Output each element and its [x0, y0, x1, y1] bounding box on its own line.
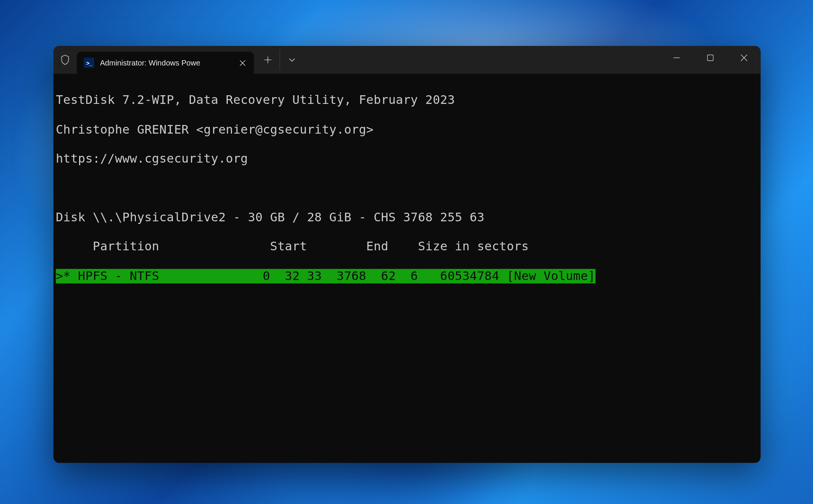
tab-title: Administrator: Windows Powe [100, 58, 230, 67]
svg-rect-0 [707, 55, 713, 60]
titlebar[interactable]: Administrator: Windows Powe [53, 46, 761, 74]
maximize-button[interactable] [693, 46, 727, 69]
disk-info-line: Disk \\.\PhysicalDrive2 - 30 GB / 28 GiB… [56, 210, 761, 225]
window-controls [659, 46, 760, 69]
tab-dropdown-button[interactable] [279, 49, 300, 70]
minimize-button[interactable] [659, 46, 693, 69]
terminal-window: Administrator: Windows Powe TestDisk 7.2… [53, 46, 761, 463]
partition-row-selected[interactable]: >* HPFS - NTFS 0 32 33 3768 62 6 6053478… [56, 269, 761, 283]
close-button[interactable] [727, 46, 760, 69]
powershell-icon [84, 58, 94, 68]
partition-table-header: Partition Start End Size in sectors [56, 239, 761, 254]
blank-line [56, 181, 761, 196]
new-tab-button[interactable] [258, 49, 279, 70]
tab-powershell[interactable]: Administrator: Windows Powe [77, 52, 254, 74]
terminal-output[interactable]: TestDisk 7.2-WIP, Data Recovery Utility,… [53, 74, 761, 463]
header-line-3: https://www.cgsecurity.org [56, 152, 761, 166]
tab-close-button[interactable] [236, 57, 248, 69]
empty-region [56, 298, 761, 458]
shield-icon [53, 55, 77, 65]
header-line-1: TestDisk 7.2-WIP, Data Recovery Utility,… [56, 93, 761, 108]
partition-row-text: >* HPFS - NTFS 0 32 33 3768 62 6 6053478… [56, 269, 595, 283]
header-line-2: Christophe GRENIER <grenier@cgsecurity.o… [56, 122, 761, 137]
